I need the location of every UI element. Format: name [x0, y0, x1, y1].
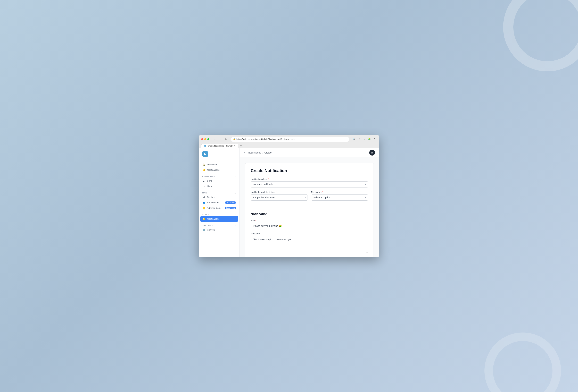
notification-class-select-wrapper: Dynamic notification ▾: [251, 181, 368, 187]
traffic-light-yellow[interactable]: [204, 138, 206, 140]
sidebar-logo: N: [199, 148, 240, 160]
sidebar: N 🏠 Dashboard 🔔 Notifications CAMPAIGNS …: [199, 148, 240, 257]
sidebar-item-general[interactable]: ⚙️ General: [199, 227, 240, 233]
message-label: Message: [251, 232, 368, 235]
back-icon: ←: [214, 138, 216, 141]
user-avatar[interactable]: R: [369, 150, 375, 156]
browser-chrome: ← → ↻ 🔒 https://notion-newsletter.test/a…: [199, 135, 379, 148]
admin-chevron-icon: ▲: [234, 214, 236, 216]
message-textarea[interactable]: Your invoice expired two weeks ago.: [251, 236, 368, 253]
sidebar-label-designs: Designs: [207, 196, 215, 198]
address-book-badge: 2 addresses: [225, 207, 236, 209]
tab-close-button[interactable]: ✕: [234, 145, 236, 147]
title-input[interactable]: [251, 223, 368, 229]
traffic-light-green[interactable]: [207, 138, 209, 140]
reload-icon: ↻: [225, 138, 227, 141]
sidebar-item-subscribers[interactable]: 👥 Subscribers 1 subscriber: [199, 200, 240, 205]
traffic-lights: [201, 138, 209, 140]
back-button[interactable]: ←: [213, 137, 218, 142]
notifiable-type-group: Notifiable (recipient) type * Support\Mo…: [251, 191, 308, 201]
main-content: ≡ Notifications / Create R Create Notifi…: [240, 148, 379, 257]
form-title: Create Notification: [251, 168, 368, 173]
general-icon: ⚙️: [202, 228, 205, 231]
required-star-recipients: *: [322, 191, 323, 193]
breadcrumb-create: Create: [265, 151, 272, 154]
icon-label: Icon: [251, 257, 308, 257]
menu-button[interactable]: ⋮: [372, 137, 377, 142]
forward-button[interactable]: →: [218, 137, 223, 142]
sidebar-item-address-book[interactable]: 📒 Address book 2 addresses: [199, 205, 240, 211]
campaigns-chevron-icon: ▲: [234, 175, 236, 177]
settings-chevron-icon: ▲: [234, 224, 236, 226]
form-area: Create Notification Notification class *…: [240, 157, 379, 257]
admin-section-header[interactable]: ADMIN ▲: [202, 214, 236, 216]
reload-button[interactable]: ↻: [224, 137, 229, 142]
sidebar-item-notifications-admin[interactable]: 🔔 Notifications: [200, 216, 238, 222]
forward-icon: →: [219, 138, 222, 141]
required-star-notifiable: *: [276, 191, 277, 193]
sidebar-nav: 🏠 Dashboard 🔔 Notifications CAMPAIGNS ▲ …: [199, 160, 240, 235]
browser-window: ← → ↻ 🔒 https://notion-newsletter.test/a…: [199, 135, 379, 257]
notifications-top-icon: 🔔: [202, 169, 205, 171]
required-star-title: *: [255, 219, 256, 222]
icon-row: Icon X ▾ Icon color: [251, 257, 368, 257]
mail-section-header[interactable]: MAIL ▲: [202, 192, 236, 194]
mail-section-title: MAIL: [202, 192, 207, 194]
notification-section-subtitle: Notification: [251, 212, 368, 216]
recipients-select[interactable]: Select an option: [311, 194, 368, 201]
sidebar-label-address-book: Address book: [207, 207, 221, 209]
top-nav: ≡ Notifications / Create R: [240, 148, 379, 157]
sidebar-label-notifications-admin: Notifications: [207, 218, 220, 220]
sidebar-item-send[interactable]: ▲ Send: [199, 178, 240, 184]
extensions-button[interactable]: 🧩: [367, 137, 372, 142]
icon-color-group: Icon color Select an option Primary Warn…: [311, 257, 368, 257]
sidebar-section-settings: SETTINGS ▲: [199, 222, 240, 227]
notifiable-type-select-wrapper: Support\Models\User ▾: [251, 194, 308, 201]
recipients-label: Recipients *: [311, 191, 368, 193]
new-tab-button[interactable]: +: [239, 143, 243, 148]
sidebar-item-designs[interactable]: 🖨 Designs: [199, 194, 240, 200]
bookmark-button[interactable]: ☆: [362, 137, 367, 142]
sidebar-item-dashboard[interactable]: 🏠 Dashboard: [199, 162, 240, 167]
recipients-select-wrapper: Select an option ▾: [311, 194, 368, 201]
mail-chevron-icon: ▲: [234, 192, 236, 194]
traffic-light-red[interactable]: [201, 138, 203, 140]
breadcrumb-notifications[interactable]: Notifications: [248, 151, 261, 154]
search-button[interactable]: 🔍: [352, 137, 356, 142]
subscribers-icon: 👥: [202, 201, 205, 204]
campaigns-section-header[interactable]: CAMPAIGNS ▲: [202, 175, 236, 177]
designs-icon: 🖨: [202, 196, 205, 199]
notifiable-type-select[interactable]: Support\Models\User: [251, 194, 308, 201]
dashboard-icon: 🏠: [202, 163, 205, 166]
sidebar-section-mail: MAIL ▲: [199, 189, 240, 194]
form-card: Create Notification Notification class *…: [245, 163, 374, 257]
notification-class-select[interactable]: Dynamic notification: [251, 181, 368, 187]
send-icon: ▲: [202, 179, 205, 182]
icon-group: Icon X ▾: [251, 257, 308, 257]
settings-section-header[interactable]: SETTINGS ▲: [202, 224, 236, 226]
sidebar-label-notifications-top: Notifications: [207, 169, 220, 171]
notifiable-type-label: Notifiable (recipient) type *: [251, 191, 308, 193]
message-group: Message Your invoice expired two weeks a…: [251, 232, 368, 254]
sidebar-label-lists: Lists: [207, 185, 212, 187]
sidebar-item-lists[interactable]: 🗂 Lists: [199, 184, 240, 189]
sidebar-item-notifications-top[interactable]: 🔔 Notifications: [199, 167, 240, 173]
active-tab[interactable]: N Create Notification - Newsly ✕: [201, 144, 238, 148]
sidebar-label-send: Send: [207, 179, 212, 182]
sidebar-label-dashboard: Dashboard: [207, 163, 218, 166]
logo-icon: N: [202, 151, 208, 157]
notifications-admin-icon: 🔔: [202, 218, 205, 220]
breadcrumb-separator: /: [262, 151, 263, 154]
url-text: https://notion-newsletter.test/admin/dat…: [237, 138, 347, 140]
share-button[interactable]: ⬆: [357, 137, 361, 142]
sidebar-section-campaigns: CAMPAIGNS ▲: [199, 173, 240, 178]
menu-toggle-icon[interactable]: ≡: [244, 151, 245, 154]
address-bar[interactable]: 🔒 https://notion-newsletter.test/admin/d…: [231, 137, 349, 142]
required-star-class: *: [268, 178, 269, 180]
subscribers-badge: 1 subscriber: [225, 201, 236, 204]
lists-icon: 🗂: [202, 185, 205, 188]
title-label: Title *: [251, 219, 368, 222]
address-book-icon: 📒: [202, 207, 205, 210]
tab-bar: N Create Notification - Newsly ✕ +: [201, 143, 377, 148]
tab-title: Create Notification - Newsly: [207, 145, 233, 147]
